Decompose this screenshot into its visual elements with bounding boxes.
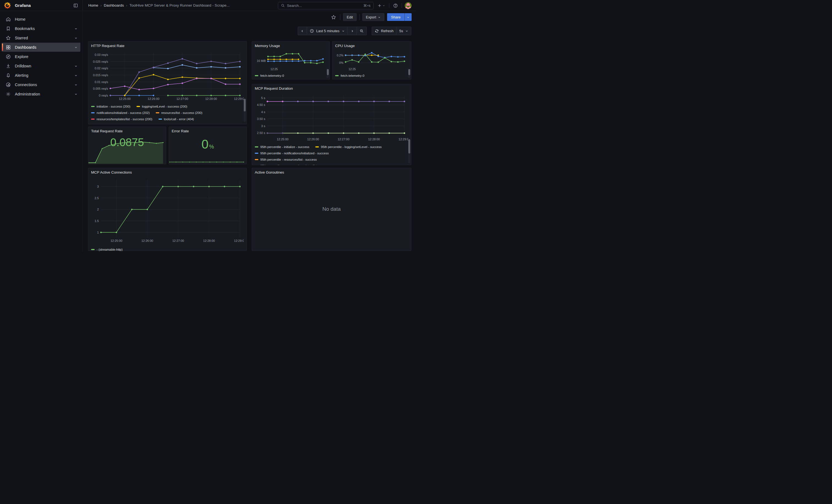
legend-item[interactable]: logging/setLevel - success (200) bbox=[136, 105, 187, 108]
edit-button[interactable]: Edit bbox=[343, 13, 356, 21]
explore-icon bbox=[5, 54, 11, 59]
legend-label: 95th percentile - logging/setLevel - suc… bbox=[321, 145, 382, 149]
legend-item[interactable]: notifications/initialized - success (202… bbox=[91, 111, 150, 114]
zoom-out-button[interactable] bbox=[357, 27, 366, 35]
star-button[interactable] bbox=[330, 14, 337, 21]
legend-item[interactable]: unknown - success (200) bbox=[183, 124, 224, 124]
legend-item[interactable]: 95th percentile - resources/list - succe… bbox=[255, 158, 317, 161]
svg-text:0.005 req/s: 0.005 req/s bbox=[93, 87, 108, 90]
legend-item[interactable]: initialize - success (200) bbox=[91, 105, 130, 108]
legend-item[interactable]: 95th percentile - notifications/initiali… bbox=[255, 152, 329, 155]
chevron-down-icon bbox=[378, 16, 381, 19]
http-request-rate-chart[interactable]: 0 req/s0.005 req/s0.01 req/s0.015 req/s0… bbox=[91, 49, 244, 102]
legend-label: 95th percentile - notifications/initiali… bbox=[260, 152, 329, 155]
legend-item[interactable]: tools/list - success (200) bbox=[137, 124, 177, 124]
breadcrumb-dashboards[interactable]: Dashboards bbox=[104, 3, 124, 7]
mcp-request-duration-chart[interactable]: 5 s4.50 s4 s3.50 s3 s2.50 s12:25:0012:26… bbox=[255, 92, 408, 142]
svg-text:12:25:00: 12:25:00 bbox=[111, 239, 123, 242]
legend-item[interactable]: fetch-telemetry-0 bbox=[255, 74, 284, 77]
legend-item[interactable]: 95th percentile - initialize - success bbox=[255, 145, 309, 149]
legend-item[interactable]: 95th percentile - resources/templates/li… bbox=[255, 164, 331, 165]
legend-item[interactable]: - (streamable-http) bbox=[91, 248, 123, 251]
mcp-active-connections-chart[interactable]: 32.521.5112:25:0012:26:0012:27:0012:28:0… bbox=[91, 176, 244, 245]
share-options-button[interactable] bbox=[405, 13, 412, 21]
breadcrumb-home[interactable]: Home bbox=[88, 3, 98, 7]
plus-icon bbox=[378, 4, 382, 8]
panel-title[interactable]: Active Goroutines bbox=[255, 170, 408, 176]
legend-item[interactable]: 95th percentile - logging/setLevel - suc… bbox=[315, 145, 382, 149]
time-shift-back-button[interactable] bbox=[298, 27, 307, 35]
sidebar-item-bookmarks[interactable]: Bookmarks bbox=[2, 24, 80, 33]
search-input[interactable]: Search... ⌘+k bbox=[278, 2, 374, 9]
grafana-logo-icon[interactable] bbox=[4, 2, 11, 9]
panel-title[interactable]: HTTP Request Rate bbox=[91, 44, 244, 49]
search-placeholder: Search... bbox=[287, 4, 361, 8]
chevron-down-icon bbox=[342, 29, 345, 32]
legend-scrollbar[interactable] bbox=[327, 69, 329, 75]
legend-label: 95th percentile - resources/templates/li… bbox=[260, 164, 331, 165]
add-button[interactable] bbox=[376, 2, 386, 9]
time-shift-forward-button[interactable] bbox=[347, 27, 357, 35]
memory-usage-chart[interactable]: 16 MiB12:25 bbox=[255, 49, 327, 71]
legend-label: tools/call - success (200) bbox=[97, 124, 131, 124]
sidebar-item-administration[interactable]: Administration bbox=[2, 89, 80, 99]
legend-item[interactable]: tools/call - error (404) bbox=[158, 117, 194, 121]
legend-label: resources/list - success (200) bbox=[161, 111, 203, 114]
panel-title[interactable]: MCP Request Duration bbox=[255, 86, 408, 92]
mcp-active-connections-legend[interactable]: - (streamable-http) bbox=[91, 246, 244, 252]
avatar[interactable] bbox=[405, 2, 412, 9]
svg-text:12:29:00: 12:29:00 bbox=[234, 97, 244, 100]
legend-scrollbar[interactable] bbox=[244, 99, 246, 111]
cpu-usage-legend[interactable]: fetch-telemetry-0 bbox=[335, 72, 408, 79]
svg-text:0.03 req/s: 0.03 req/s bbox=[95, 53, 108, 56]
breadcrumb-separator: › bbox=[100, 3, 102, 7]
panel-cpu-usage: CPU Usage 0.2%0%12:25 fetch-telemetry-0 bbox=[332, 41, 411, 80]
refresh-interval-dropdown[interactable]: 5s bbox=[396, 27, 411, 35]
share-button-label: Share bbox=[387, 13, 405, 21]
error-rate-sparkline[interactable] bbox=[169, 161, 247, 163]
svg-text:1: 1 bbox=[97, 231, 99, 234]
panel-title[interactable]: Total Request Rate bbox=[88, 127, 166, 132]
sidebar-item-drilldown[interactable]: Drilldown bbox=[2, 61, 80, 71]
administration-icon bbox=[5, 91, 11, 97]
time-range-picker[interactable]: Last 5 minutes bbox=[307, 27, 347, 35]
legend-item[interactable]: tools/call - success (200) bbox=[91, 124, 131, 124]
sidebar-toggle-icon[interactable] bbox=[72, 2, 79, 9]
legend-item[interactable]: resources/list - success (200) bbox=[156, 111, 203, 114]
export-button[interactable]: Export bbox=[362, 13, 385, 21]
sidebar-item-connections[interactable]: Connections bbox=[2, 80, 80, 89]
panel-title[interactable]: CPU Usage bbox=[335, 44, 408, 49]
mcp-request-duration-legend[interactable]: 95th percentile - initialize - success95… bbox=[255, 143, 408, 165]
sidebar-item-starred[interactable]: Starred bbox=[2, 33, 80, 43]
legend-item[interactable]: resources/templates/list - success (200) bbox=[91, 117, 152, 121]
active-accent-bar bbox=[2, 44, 3, 51]
sidebar-item-label: Starred bbox=[15, 36, 28, 40]
bookmark-icon bbox=[5, 26, 11, 31]
panel-title[interactable]: MCP Active Connections bbox=[91, 170, 244, 176]
svg-text:3.50 s: 3.50 s bbox=[257, 117, 265, 121]
svg-text:0.2%: 0.2% bbox=[337, 54, 343, 57]
svg-text:12:27:00: 12:27:00 bbox=[176, 97, 188, 100]
legend-scrollbar[interactable] bbox=[408, 139, 410, 154]
panel-title[interactable]: Error Rate bbox=[169, 127, 246, 132]
legend-scrollbar[interactable] bbox=[408, 69, 410, 75]
sidebar-item-explore[interactable]: Explore bbox=[2, 52, 80, 61]
help-button[interactable] bbox=[392, 2, 399, 9]
sidebar-item-label: Bookmarks bbox=[15, 26, 35, 31]
sidebar-item-home[interactable]: Home bbox=[2, 15, 80, 24]
legend-item[interactable]: fetch-telemetry-0 bbox=[335, 74, 364, 77]
share-button[interactable]: Share bbox=[387, 13, 412, 21]
panel-title[interactable]: Memory Usage bbox=[255, 44, 327, 49]
search-shortcut: ⌘+k bbox=[363, 4, 371, 8]
sidebar-item-alerting[interactable]: Alerting bbox=[2, 71, 80, 80]
sidebar-item-dashboards[interactable]: Dashboards bbox=[2, 43, 80, 52]
time-controls: Last 5 minutes Refresh 5s bbox=[298, 27, 411, 35]
refresh-button[interactable]: Refresh bbox=[372, 27, 396, 35]
http-request-rate-legend[interactable]: initialize - success (200)logging/setLev… bbox=[91, 103, 244, 124]
cpu-usage-chart[interactable]: 0.2%0%12:25 bbox=[335, 49, 408, 71]
svg-text:16 MiB: 16 MiB bbox=[257, 59, 266, 62]
legend-label: tools/list - success (200) bbox=[143, 124, 177, 124]
svg-text:4.50 s: 4.50 s bbox=[257, 103, 265, 106]
memory-usage-legend[interactable]: fetch-telemetry-0 bbox=[255, 72, 327, 79]
total-request-rate-value: 0.0875 bbox=[110, 136, 144, 149]
